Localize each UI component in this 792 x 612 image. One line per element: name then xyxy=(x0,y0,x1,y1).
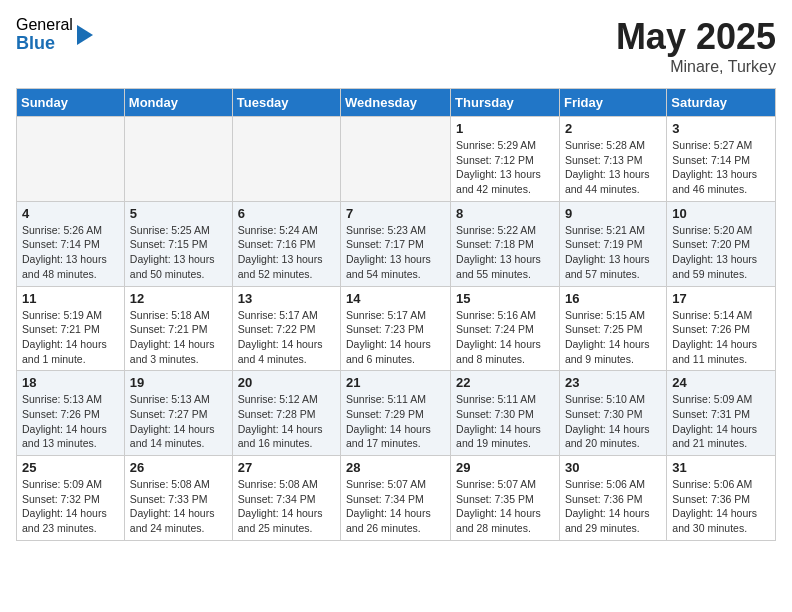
day-number: 1 xyxy=(456,121,554,136)
svg-marker-0 xyxy=(77,25,93,45)
calendar-cell: 9Sunrise: 5:21 AM Sunset: 7:19 PM Daylig… xyxy=(559,201,666,286)
day-number: 5 xyxy=(130,206,227,221)
calendar-cell: 18Sunrise: 5:13 AM Sunset: 7:26 PM Dayli… xyxy=(17,371,125,456)
day-number: 15 xyxy=(456,291,554,306)
day-number: 12 xyxy=(130,291,227,306)
day-info: Sunrise: 5:24 AM Sunset: 7:16 PM Dayligh… xyxy=(238,223,335,282)
calendar-cell: 24Sunrise: 5:09 AM Sunset: 7:31 PM Dayli… xyxy=(667,371,776,456)
day-number: 17 xyxy=(672,291,770,306)
day-info: Sunrise: 5:17 AM Sunset: 7:23 PM Dayligh… xyxy=(346,308,445,367)
day-info: Sunrise: 5:18 AM Sunset: 7:21 PM Dayligh… xyxy=(130,308,227,367)
week-row-2: 4Sunrise: 5:26 AM Sunset: 7:14 PM Daylig… xyxy=(17,201,776,286)
weekday-header-row: SundayMondayTuesdayWednesdayThursdayFrid… xyxy=(17,89,776,117)
week-row-5: 25Sunrise: 5:09 AM Sunset: 7:32 PM Dayli… xyxy=(17,456,776,541)
day-number: 23 xyxy=(565,375,661,390)
logo-blue: Blue xyxy=(16,34,73,54)
logo-text: General Blue xyxy=(16,16,73,53)
calendar-cell: 11Sunrise: 5:19 AM Sunset: 7:21 PM Dayli… xyxy=(17,286,125,371)
day-number: 31 xyxy=(672,460,770,475)
day-info: Sunrise: 5:07 AM Sunset: 7:34 PM Dayligh… xyxy=(346,477,445,536)
calendar-cell: 16Sunrise: 5:15 AM Sunset: 7:25 PM Dayli… xyxy=(559,286,666,371)
calendar-cell: 4Sunrise: 5:26 AM Sunset: 7:14 PM Daylig… xyxy=(17,201,125,286)
day-info: Sunrise: 5:12 AM Sunset: 7:28 PM Dayligh… xyxy=(238,392,335,451)
day-info: Sunrise: 5:28 AM Sunset: 7:13 PM Dayligh… xyxy=(565,138,661,197)
day-number: 24 xyxy=(672,375,770,390)
day-number: 27 xyxy=(238,460,335,475)
calendar-cell: 12Sunrise: 5:18 AM Sunset: 7:21 PM Dayli… xyxy=(124,286,232,371)
calendar-cell: 23Sunrise: 5:10 AM Sunset: 7:30 PM Dayli… xyxy=(559,371,666,456)
calendar-cell: 22Sunrise: 5:11 AM Sunset: 7:30 PM Dayli… xyxy=(451,371,560,456)
day-info: Sunrise: 5:09 AM Sunset: 7:32 PM Dayligh… xyxy=(22,477,119,536)
day-info: Sunrise: 5:17 AM Sunset: 7:22 PM Dayligh… xyxy=(238,308,335,367)
calendar-cell: 30Sunrise: 5:06 AM Sunset: 7:36 PM Dayli… xyxy=(559,456,666,541)
day-info: Sunrise: 5:09 AM Sunset: 7:31 PM Dayligh… xyxy=(672,392,770,451)
calendar-table: SundayMondayTuesdayWednesdayThursdayFrid… xyxy=(16,88,776,541)
day-number: 9 xyxy=(565,206,661,221)
day-number: 4 xyxy=(22,206,119,221)
title-block: May 2025 Minare, Turkey xyxy=(616,16,776,76)
calendar-cell: 26Sunrise: 5:08 AM Sunset: 7:33 PM Dayli… xyxy=(124,456,232,541)
day-number: 19 xyxy=(130,375,227,390)
day-info: Sunrise: 5:25 AM Sunset: 7:15 PM Dayligh… xyxy=(130,223,227,282)
week-row-1: 1Sunrise: 5:29 AM Sunset: 7:12 PM Daylig… xyxy=(17,117,776,202)
calendar-cell: 13Sunrise: 5:17 AM Sunset: 7:22 PM Dayli… xyxy=(232,286,340,371)
day-number: 22 xyxy=(456,375,554,390)
weekday-header-monday: Monday xyxy=(124,89,232,117)
day-info: Sunrise: 5:07 AM Sunset: 7:35 PM Dayligh… xyxy=(456,477,554,536)
weekday-header-wednesday: Wednesday xyxy=(341,89,451,117)
day-number: 6 xyxy=(238,206,335,221)
calendar-cell: 19Sunrise: 5:13 AM Sunset: 7:27 PM Dayli… xyxy=(124,371,232,456)
calendar-cell: 29Sunrise: 5:07 AM Sunset: 7:35 PM Dayli… xyxy=(451,456,560,541)
calendar-cell: 31Sunrise: 5:06 AM Sunset: 7:36 PM Dayli… xyxy=(667,456,776,541)
day-number: 29 xyxy=(456,460,554,475)
weekday-header-thursday: Thursday xyxy=(451,89,560,117)
day-info: Sunrise: 5:21 AM Sunset: 7:19 PM Dayligh… xyxy=(565,223,661,282)
logo-icon xyxy=(75,23,95,47)
calendar-cell: 5Sunrise: 5:25 AM Sunset: 7:15 PM Daylig… xyxy=(124,201,232,286)
calendar-cell: 8Sunrise: 5:22 AM Sunset: 7:18 PM Daylig… xyxy=(451,201,560,286)
day-number: 13 xyxy=(238,291,335,306)
day-info: Sunrise: 5:08 AM Sunset: 7:34 PM Dayligh… xyxy=(238,477,335,536)
day-info: Sunrise: 5:20 AM Sunset: 7:20 PM Dayligh… xyxy=(672,223,770,282)
calendar-cell: 2Sunrise: 5:28 AM Sunset: 7:13 PM Daylig… xyxy=(559,117,666,202)
weekday-header-friday: Friday xyxy=(559,89,666,117)
day-number: 14 xyxy=(346,291,445,306)
day-number: 16 xyxy=(565,291,661,306)
day-number: 7 xyxy=(346,206,445,221)
calendar-cell xyxy=(124,117,232,202)
day-info: Sunrise: 5:16 AM Sunset: 7:24 PM Dayligh… xyxy=(456,308,554,367)
day-number: 11 xyxy=(22,291,119,306)
day-info: Sunrise: 5:22 AM Sunset: 7:18 PM Dayligh… xyxy=(456,223,554,282)
day-number: 26 xyxy=(130,460,227,475)
week-row-4: 18Sunrise: 5:13 AM Sunset: 7:26 PM Dayli… xyxy=(17,371,776,456)
day-info: Sunrise: 5:06 AM Sunset: 7:36 PM Dayligh… xyxy=(672,477,770,536)
day-number: 10 xyxy=(672,206,770,221)
calendar-cell: 27Sunrise: 5:08 AM Sunset: 7:34 PM Dayli… xyxy=(232,456,340,541)
weekday-header-sunday: Sunday xyxy=(17,89,125,117)
day-number: 30 xyxy=(565,460,661,475)
day-number: 18 xyxy=(22,375,119,390)
calendar-cell: 28Sunrise: 5:07 AM Sunset: 7:34 PM Dayli… xyxy=(341,456,451,541)
day-info: Sunrise: 5:06 AM Sunset: 7:36 PM Dayligh… xyxy=(565,477,661,536)
day-info: Sunrise: 5:11 AM Sunset: 7:30 PM Dayligh… xyxy=(456,392,554,451)
calendar-cell: 6Sunrise: 5:24 AM Sunset: 7:16 PM Daylig… xyxy=(232,201,340,286)
month-title: May 2025 xyxy=(616,16,776,58)
calendar-cell: 14Sunrise: 5:17 AM Sunset: 7:23 PM Dayli… xyxy=(341,286,451,371)
day-info: Sunrise: 5:11 AM Sunset: 7:29 PM Dayligh… xyxy=(346,392,445,451)
weekday-header-saturday: Saturday xyxy=(667,89,776,117)
calendar-cell: 1Sunrise: 5:29 AM Sunset: 7:12 PM Daylig… xyxy=(451,117,560,202)
calendar-cell: 25Sunrise: 5:09 AM Sunset: 7:32 PM Dayli… xyxy=(17,456,125,541)
day-info: Sunrise: 5:13 AM Sunset: 7:27 PM Dayligh… xyxy=(130,392,227,451)
calendar-cell xyxy=(232,117,340,202)
calendar-cell: 15Sunrise: 5:16 AM Sunset: 7:24 PM Dayli… xyxy=(451,286,560,371)
day-number: 20 xyxy=(238,375,335,390)
weekday-header-tuesday: Tuesday xyxy=(232,89,340,117)
week-row-3: 11Sunrise: 5:19 AM Sunset: 7:21 PM Dayli… xyxy=(17,286,776,371)
day-number: 3 xyxy=(672,121,770,136)
logo: General Blue xyxy=(16,16,95,53)
day-info: Sunrise: 5:08 AM Sunset: 7:33 PM Dayligh… xyxy=(130,477,227,536)
day-number: 25 xyxy=(22,460,119,475)
day-info: Sunrise: 5:15 AM Sunset: 7:25 PM Dayligh… xyxy=(565,308,661,367)
calendar-cell xyxy=(341,117,451,202)
logo-general: General xyxy=(16,16,73,34)
